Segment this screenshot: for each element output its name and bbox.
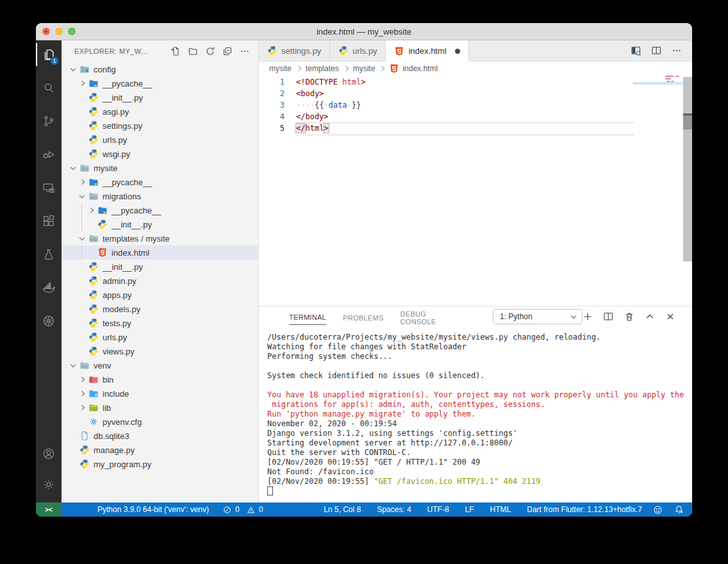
close-panel-button[interactable] — [665, 311, 675, 322]
tree-item-label: tests.py — [103, 319, 131, 328]
breadcrumb-item[interactable]: index.html — [389, 63, 438, 74]
tree-item-init-py[interactable]: __init__.py — [62, 217, 258, 231]
tree-item-views-py[interactable]: views.py — [62, 344, 258, 358]
kill-terminal-button[interactable] — [624, 311, 634, 322]
code-text: <!DOCTYPE·html> — [296, 78, 365, 87]
activity-bar-item-kubernetes[interactable] — [36, 304, 62, 338]
remote-indicator[interactable]: >< — [36, 502, 62, 517]
terminal-shell-select[interactable]: 1: Python — [493, 309, 583, 324]
activity-bar-item-source-control[interactable] — [36, 104, 62, 138]
status-dart-sdk[interactable]: Dart from Flutter: 1.12.13+hotfix.7 — [527, 505, 642, 514]
breadcrumb-item[interactable]: mysite — [353, 64, 376, 73]
more-actions-button[interactable] — [672, 46, 682, 56]
tree-item-bin[interactable]: bin — [62, 372, 258, 386]
activity-bar-item-remote-explorer[interactable] — [36, 171, 62, 204]
code-editor[interactable]: 1<!DOCTYPE·html>2<body>3····{{·data·}}4<… — [259, 76, 692, 306]
tree-item-pycache[interactable]: __pycache__ — [62, 203, 258, 217]
maximize-panel-button[interactable] — [645, 311, 655, 322]
chevron-right-icon — [77, 180, 87, 184]
python-icon — [88, 290, 99, 300]
panel-tab-debug-console[interactable]: DEBUG CONSOLE — [401, 305, 436, 329]
tree-item-index-html[interactable]: index.html — [62, 245, 258, 260]
refresh-explorer-button[interactable] — [204, 46, 216, 57]
status-python-interpreter[interactable]: Python 3.9.0 64-bit ('venv': venv) — [97, 505, 209, 514]
tree-item-init-py[interactable]: __init__.py — [62, 260, 258, 274]
panel-tab-terminal[interactable]: TERMINAL — [289, 308, 326, 325]
tab-index-html[interactable]: index.html — [386, 40, 468, 62]
tree-item-urls-py[interactable]: urls.py — [62, 330, 258, 344]
status-indentation[interactable]: Spaces: 4 — [377, 505, 411, 514]
tree-item-pyvenv-cfg[interactable]: pyvenv.cfg — [62, 415, 258, 429]
activity-bar-item-search[interactable] — [36, 71, 62, 104]
python-icon — [88, 318, 99, 328]
activity-bar-item-accounts[interactable] — [36, 438, 62, 469]
split-terminal-button[interactable] — [603, 311, 614, 322]
tree-item-models-py[interactable]: models.py — [62, 302, 258, 316]
tree-item-label: views.py — [103, 347, 135, 356]
close-button[interactable] — [42, 28, 50, 35]
tree-item-lib[interactable]: lib — [62, 401, 258, 415]
folder-icon — [79, 163, 90, 173]
status-notifications[interactable] — [674, 505, 684, 515]
desktop-background: index.html — my_website 1 EXPLORER: MY_W… — [0, 0, 728, 564]
tree-item-admin-py[interactable]: admin.py — [62, 274, 258, 288]
breadcrumb-item[interactable]: templates — [306, 64, 339, 73]
new-folder-button[interactable] — [187, 46, 199, 57]
tree-item-apps-py[interactable]: apps.py — [62, 288, 258, 302]
code-line-3[interactable]: 3····{{·data·}} — [259, 99, 692, 111]
status-problems[interactable]: 00 — [223, 505, 267, 514]
tree-item-wsgi-py[interactable]: wsgi.py — [62, 147, 258, 161]
tree-item-manage-py[interactable]: manage.py — [62, 443, 258, 457]
tree-item-asgi-py[interactable]: asgi.py — [62, 104, 258, 119]
activity-bar-item-settings[interactable] — [36, 469, 62, 500]
code-line-4[interactable]: 4</body> — [259, 111, 692, 122]
explorer-badge: 1 — [50, 56, 59, 65]
tree-item-db-sqlite3[interactable]: db.sqlite3 — [62, 429, 258, 443]
status-feedback[interactable] — [653, 505, 663, 515]
tree-item-mysite[interactable]: mysite — [62, 161, 258, 175]
terminal-output[interactable]: /Users/ducoterra/Projects/my_website/mys… — [259, 327, 692, 502]
breadcrumb-item[interactable]: mysite — [269, 64, 292, 73]
python-icon — [88, 135, 99, 145]
collapse-folders-button[interactable] — [222, 46, 233, 57]
tree-item-tests-py[interactable]: tests.py — [62, 316, 258, 330]
folder-icon — [88, 233, 99, 244]
activity-bar-item-testing[interactable] — [36, 238, 62, 271]
status-encoding[interactable]: UTF-8 — [427, 505, 449, 514]
new-file-button[interactable] — [170, 46, 181, 57]
activity-bar-item-docker[interactable] — [36, 271, 62, 304]
tree-item-migrations[interactable]: migrations — [62, 189, 258, 203]
status-eol[interactable]: LF — [465, 505, 474, 514]
python-icon — [267, 46, 277, 56]
views-and-more-actions-button[interactable] — [239, 46, 251, 57]
open-preview-button[interactable] — [631, 46, 641, 56]
split-editor-button[interactable] — [651, 46, 662, 56]
tab-label: settings.py — [281, 46, 321, 56]
tree-item-venv[interactable]: venv — [62, 358, 258, 372]
activity-bar-item-extensions[interactable] — [36, 204, 62, 238]
activity-bar-item-run-debug[interactable] — [36, 138, 62, 171]
tree-item-my-program-py[interactable]: my_program.py — [62, 457, 258, 471]
panel-tab-problems[interactable]: PROBLEMS — [343, 309, 384, 325]
minimize-button[interactable] — [55, 28, 63, 35]
tree-item-templates-mysite[interactable]: templates / mysite — [62, 231, 258, 245]
status-cursor-position[interactable]: Ln 5, Col 8 — [324, 505, 361, 514]
terminal-line: Starting development server at http://12… — [267, 438, 692, 448]
code-line-2[interactable]: 2<body> — [259, 88, 692, 99]
tree-item-settings-py[interactable]: settings.py — [62, 119, 258, 133]
tree-item-init-py[interactable]: __init__.py — [62, 90, 258, 104]
code-line-5[interactable]: 5</html> — [259, 122, 692, 134]
tree-item-pycache[interactable]: __pycache__ — [62, 175, 258, 189]
zoom-button[interactable] — [68, 28, 76, 35]
terminal-line: Django version 3.1.2, using settings 'co… — [267, 429, 692, 438]
tree-item-config[interactable]: config — [62, 62, 258, 76]
status-language-mode[interactable]: HTML — [490, 505, 511, 514]
code-line-1[interactable]: 1<!DOCTYPE·html> — [259, 76, 692, 88]
activity-bar-item-explorer[interactable]: 1 — [36, 38, 62, 71]
tree-item-include[interactable]: include — [62, 386, 258, 401]
new-terminal-button[interactable] — [583, 311, 593, 322]
tree-item-urls-py[interactable]: urls.py — [62, 133, 258, 147]
tab-settings-py[interactable]: settings.py — [259, 40, 330, 61]
tree-item-pycache[interactable]: __pycache__ — [62, 76, 258, 90]
tab-urls-py[interactable]: urls.py — [330, 40, 386, 61]
